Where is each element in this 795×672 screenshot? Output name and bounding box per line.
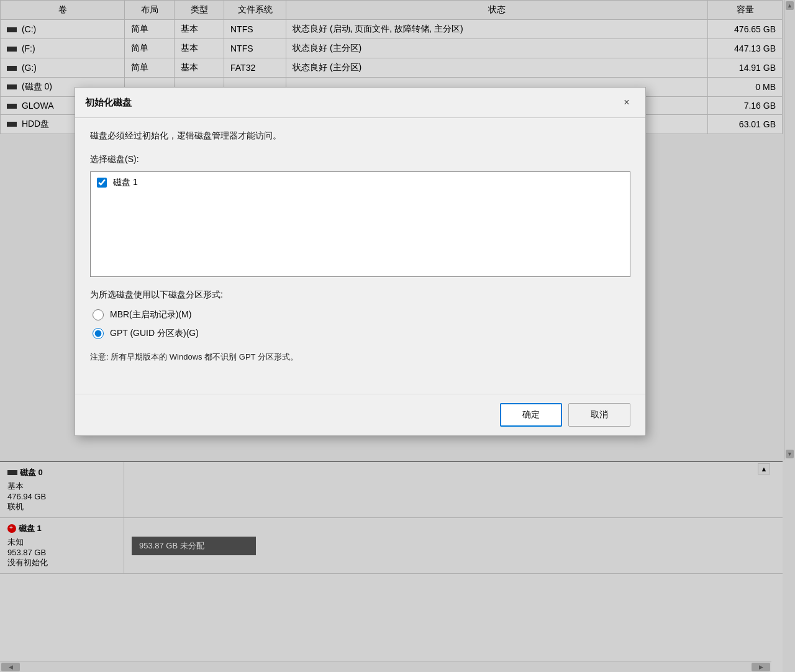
notice-text: 注意: 所有早期版本的 Windows 都不识别 GPT 分区形式。	[90, 352, 630, 363]
dialog-title: 初始化磁盘	[85, 97, 132, 109]
dialog-description: 磁盘必须经过初始化，逻辑磁盘管理器才能访问。	[90, 130, 630, 142]
dialog-footer: 确定 取消	[75, 394, 645, 435]
disk-list-box: 磁盘 1	[90, 171, 630, 277]
partition-format-label: 为所选磁盘使用以下磁盘分区形式:	[90, 289, 630, 301]
disk-list-item-label-0: 磁盘 1	[113, 177, 138, 188]
dialog-body: 磁盘必须经过初始化，逻辑磁盘管理器才能访问。 选择磁盘(S): 磁盘 1 为所选…	[75, 118, 645, 394]
select-disk-label: 选择磁盘(S):	[90, 154, 630, 165]
initialize-disk-dialog: 初始化磁盘 × 磁盘必须经过初始化，逻辑磁盘管理器才能访问。 选择磁盘(S): …	[75, 87, 646, 436]
radio-mbr-label: MBR(主启动记录)(M)	[110, 309, 191, 320]
confirm-button[interactable]: 确定	[500, 403, 562, 427]
radio-gpt-label: GPT (GUID 分区表)(G)	[110, 328, 199, 339]
radio-gpt-input[interactable]	[93, 328, 104, 339]
dialog-titlebar: 初始化磁盘 ×	[75, 88, 645, 118]
cancel-button[interactable]: 取消	[568, 403, 630, 427]
dialog-close-button[interactable]: ×	[618, 94, 635, 111]
radio-mbr-input[interactable]	[93, 309, 104, 320]
radio-mbr[interactable]: MBR(主启动记录)(M)	[93, 309, 630, 320]
disk-checkbox-0[interactable]	[97, 178, 107, 188]
disk-list-item-0[interactable]: 磁盘 1	[93, 175, 627, 191]
radio-gpt[interactable]: GPT (GUID 分区表)(G)	[93, 328, 630, 339]
radio-group: MBR(主启动记录)(M) GPT (GUID 分区表)(G)	[93, 309, 630, 339]
